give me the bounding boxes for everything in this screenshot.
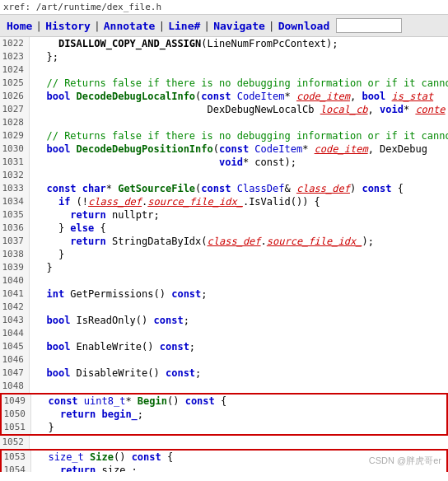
sep2: | <box>94 20 100 32</box>
line-content: bool DecodeDebugLocalInfo(const CodeItem… <box>30 90 448 103</box>
line-number: 1031 <box>0 156 30 169</box>
line-number: 1023 <box>0 50 30 63</box>
line-content <box>30 436 448 449</box>
code-line-1051: 1051 } <box>2 421 446 434</box>
code-line-1026: 1026 bool DecodeDebugLocalInfo(const Cod… <box>0 90 448 103</box>
line-content: return begin_; <box>31 408 446 421</box>
code-line-1024: 1024 <box>0 63 448 77</box>
code-line-1044: 1044 <box>0 327 448 340</box>
watermark: CSDN @胖虎哥er <box>369 455 441 467</box>
code-line-1045: 1045 bool EnableWrite() const; <box>0 340 448 353</box>
line-content: // Returns false if there is no debuggin… <box>30 129 448 142</box>
nav-annotate[interactable]: Annotate <box>102 20 157 32</box>
nav-bar: Home | History | Annotate | Line# | Navi… <box>0 15 448 37</box>
nav-download[interactable]: Download <box>277 20 332 32</box>
nav-home[interactable]: Home <box>5 20 34 32</box>
line-content: } <box>30 261 448 274</box>
line-number: 1045 <box>0 340 30 353</box>
line-number: 1042 <box>0 301 30 314</box>
line-number: 1046 <box>0 353 30 367</box>
line-number: 1038 <box>0 248 30 261</box>
line-content <box>30 380 448 393</box>
code-line-1031: 1031 void* const); <box>0 156 448 169</box>
line-content: if (!class_def.source_file_idx_.IsValid(… <box>30 195 448 208</box>
line-content <box>30 169 448 182</box>
line-number: 1052 <box>0 436 30 449</box>
line-number: 1048 <box>0 380 30 393</box>
code-line-1029: 1029 // Returns false if there is no deb… <box>0 129 448 142</box>
line-number: 1025 <box>0 77 30 90</box>
line-number: 1047 <box>0 367 30 380</box>
line-number: 1035 <box>0 208 30 222</box>
line-content: void* const); <box>30 156 448 169</box>
line-content: // Returns false if there is no debuggin… <box>30 77 448 90</box>
sep1: | <box>35 20 42 32</box>
line-number: 1053 <box>2 451 31 464</box>
code-line-1048: 1048 <box>0 380 448 393</box>
line-number: 1041 <box>0 287 30 301</box>
sep4: | <box>203 20 210 32</box>
sep5: | <box>268 20 275 32</box>
line-content: return StringDataByIdx(class_def.source_… <box>30 235 448 248</box>
line-content: bool DisableWrite() const; <box>30 367 448 380</box>
code-line-1037: 1037 return StringDataByIdx(class_def.so… <box>0 235 448 248</box>
line-number: 1026 <box>0 90 30 103</box>
line-number: 1044 <box>0 327 30 340</box>
line-content: bool DecodeDebugPositionInfo(const CodeI… <box>30 142 448 156</box>
line-content: DISALLOW_COPY_AND_ASSIGN(LineNumFromPcCo… <box>30 37 448 50</box>
file-path: xref: /art/runtime/dex_file.h <box>3 2 161 12</box>
nav-navigate[interactable]: Navigate <box>212 20 267 32</box>
line-number: 1034 <box>0 195 30 208</box>
code-line-1040: 1040 <box>0 274 448 287</box>
line-number: 1043 <box>0 314 30 327</box>
line-content: } else { <box>30 222 448 235</box>
code-area: 1022 DISALLOW_COPY_AND_ASSIGN(LineNumFro… <box>0 37 448 472</box>
line-content: const uint8_t* Begin() const { <box>31 395 446 408</box>
line-number: 1039 <box>0 261 30 274</box>
line-content: DexDebugNewLocalCb local_cb, void* conte <box>30 103 448 116</box>
line-content: return nullptr; <box>30 208 448 222</box>
line-number: 1054 <box>2 464 31 472</box>
code-line-1049: 1049 const uint8_t* Begin() const { <box>2 395 446 408</box>
code-line-1034: 1034 if (!class_def.source_file_idx_.IsV… <box>0 195 448 208</box>
code-line-1052: 1052 <box>0 436 448 449</box>
line-content: bool EnableWrite() const; <box>30 340 448 353</box>
code-line-1030: 1030 bool DecodeDebugPositionInfo(const … <box>0 142 448 156</box>
nav-history[interactable]: History <box>44 20 92 32</box>
code-line-1033: 1033 const char* GetSourceFile(const Cla… <box>0 182 448 195</box>
line-number: 1024 <box>0 63 30 77</box>
top-bar: xref: /art/runtime/dex_file.h <box>0 0 448 15</box>
line-content <box>30 63 448 77</box>
highlight-block-1: 1049 const uint8_t* Begin() const { 1050… <box>0 393 448 436</box>
code-line-1038: 1038 } <box>0 248 448 261</box>
line-number: 1050 <box>2 408 31 421</box>
line-content <box>30 274 448 287</box>
line-number: 1036 <box>0 222 30 235</box>
code-line-1046: 1046 <box>0 353 448 367</box>
code-line-1035: 1035 return nullptr; <box>0 208 448 222</box>
line-number: 1030 <box>0 142 30 156</box>
line-content: int GetPermissions() const; <box>30 287 448 301</box>
code-line-1043: 1043 bool IsReadOnly() const; <box>0 314 448 327</box>
code-line-1050: 1050 return begin_; <box>2 408 446 421</box>
line-number: 1022 <box>0 37 30 50</box>
line-number: 1040 <box>0 274 30 287</box>
code-line-1042: 1042 <box>0 301 448 314</box>
code-line-1036: 1036 } else { <box>0 222 448 235</box>
nav-lineno[interactable]: Line# <box>166 20 202 32</box>
line-number: 1028 <box>0 116 30 129</box>
code-line-1041: 1041 int GetPermissions() const; <box>0 287 448 301</box>
sep3: | <box>158 20 165 32</box>
code-line-1039: 1039 } <box>0 261 448 274</box>
line-content <box>30 116 448 129</box>
code-line-1047: 1047 bool DisableWrite() const; <box>0 367 448 380</box>
line-content: }; <box>30 50 448 63</box>
line-content: const char* GetSourceFile(const ClassDef… <box>30 182 448 195</box>
line-number: 1033 <box>0 182 30 195</box>
search-input[interactable] <box>336 18 402 33</box>
code-line-1022: 1022 DISALLOW_COPY_AND_ASSIGN(LineNumFro… <box>0 37 448 50</box>
line-number: 1049 <box>2 395 31 408</box>
line-content <box>30 327 448 340</box>
line-number: 1027 <box>0 103 30 116</box>
line-number: 1032 <box>0 169 30 182</box>
